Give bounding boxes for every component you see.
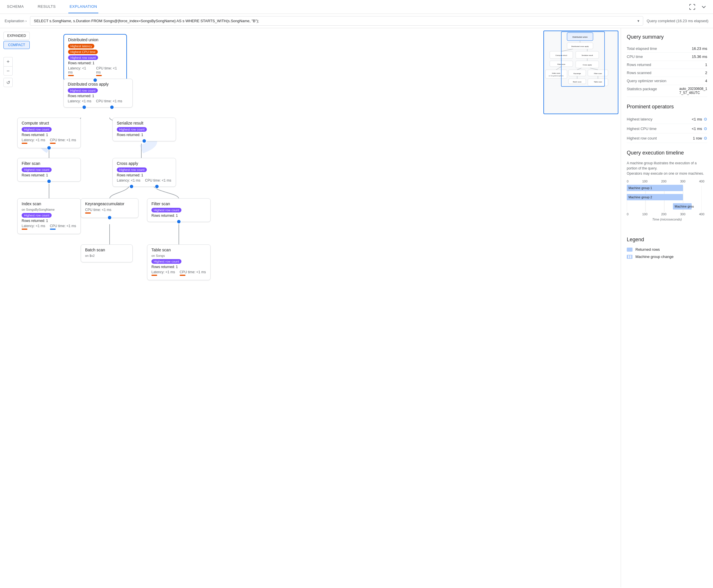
prominent-value: <1 ms ⊙ xyxy=(692,117,707,121)
cpu-label: CPU time: <1 ms xyxy=(50,224,76,228)
node-distributed-union[interactable]: Distributed union Highest latency Highes… xyxy=(63,34,127,81)
latency-label: Latency: <1 ms xyxy=(117,178,141,183)
node-title: Cross apply xyxy=(117,161,171,166)
tab-results[interactable]: RESULTS xyxy=(37,0,57,13)
latency-bar xyxy=(22,143,27,144)
badge-highest-rows: Highest row count xyxy=(117,127,147,132)
summary-row-rows-scanned: Rows scanned 2 xyxy=(627,69,707,77)
badge-highest-rows: Highest row count xyxy=(151,208,181,212)
node-compute-struct[interactable]: Compute struct Highest row count Rows re… xyxy=(17,118,81,148)
timeline-bar-2: Machine group 2 xyxy=(627,194,683,200)
svg-text:Cross apply: Cross apply xyxy=(583,64,592,66)
axis-0: 0 xyxy=(627,212,629,216)
badge-highest-rows: Highest row count xyxy=(68,55,98,60)
cpu-label: CPU time: <1 ms xyxy=(96,99,122,103)
link-icon-cpu[interactable]: ⊙ xyxy=(704,126,707,131)
node-title: Distributed cross apply xyxy=(68,82,128,86)
node-title: Filter scan xyxy=(22,161,77,166)
connector-dot xyxy=(107,215,112,220)
link-icon-latency[interactable]: ⊙ xyxy=(704,117,707,121)
legend-machine-label: Machine group change xyxy=(635,254,673,259)
prominent-title: Prominent operators xyxy=(627,104,707,110)
legend-rows-icon xyxy=(627,248,633,252)
node-distributed-cross[interactable]: Distributed cross apply Highest row coun… xyxy=(63,79,133,107)
axis-200: 200 xyxy=(661,180,666,183)
zoom-controls: + − ↺ xyxy=(3,57,13,87)
chevron-down-icon[interactable] xyxy=(700,3,707,10)
cpu-label: CPU time: <1 ms xyxy=(96,66,117,75)
connector-dot xyxy=(47,146,52,150)
axis-100: 100 xyxy=(642,212,647,216)
summary-label: Rows returned xyxy=(627,63,651,67)
node-rows: Rows returned: 1 xyxy=(151,265,206,269)
diagram-canvas: Distributed union Highest latency Highes… xyxy=(0,28,621,587)
badge-highest-rows: Highest row count xyxy=(22,167,52,172)
expand-icon[interactable] xyxy=(689,3,696,10)
top-tabs: SCHEMA RESULTS EXPLANATION xyxy=(0,0,713,14)
node-title: Distributed union xyxy=(68,38,122,42)
timeline-axis-bottom: 0 100 200 300 400 xyxy=(627,212,707,216)
prominent-row-rowcount: Highest row count 1 row ⊙ xyxy=(627,133,707,143)
zoom-out-btn[interactable]: − xyxy=(3,66,13,76)
bar-label-3: Machine grou xyxy=(675,205,694,208)
svg-line-30 xyxy=(561,49,573,51)
tab-schema[interactable]: SCHEMA xyxy=(6,0,25,13)
legend-rows-label: Returned rows xyxy=(635,247,660,252)
node-filter-scan-1[interactable]: Filter scan Highest row count Rows retur… xyxy=(17,158,81,182)
node-title: Compute struct xyxy=(22,121,77,125)
query-input[interactable]: SELECT s.SongName, s.Duration FROM Songs… xyxy=(30,16,643,26)
legend-title: Legend xyxy=(627,237,707,243)
badge-highest-rows: Highest row count xyxy=(117,167,147,172)
prominent-label: Highest CPU time xyxy=(627,127,656,131)
node-title: Filter scan xyxy=(151,202,206,206)
query-dropdown-icon[interactable]: ▾ xyxy=(637,19,639,23)
timeline-bars: Machine group 1 Machine group 2 Machine … xyxy=(627,185,707,211)
link-icon-rowcount[interactable]: ⊙ xyxy=(704,136,707,140)
summary-value: 16.23 ms xyxy=(692,46,707,51)
compact-view-btn[interactable]: COMPACT xyxy=(3,41,30,49)
node-subtitle: on SongsBySongName xyxy=(22,208,77,211)
svg-text:Distributed cross apply: Distributed cross apply xyxy=(571,45,589,47)
badge-highest-rows: Highest row count xyxy=(68,88,98,93)
zoom-in-btn[interactable]: + xyxy=(3,57,13,66)
summary-value: 4 xyxy=(705,79,707,83)
tab-explanation[interactable]: EXPLANATION xyxy=(68,0,98,13)
latency-label: Latency: <1 ms xyxy=(22,224,45,228)
view-controls: EXPANDED COMPACT xyxy=(3,32,30,49)
summary-value: auto_20230608_17_57_46UTC xyxy=(679,87,707,95)
node-metrics: Latency: <1 ms CPU time: <1 ms xyxy=(151,270,206,276)
node-table-scan[interactable]: Table scan on Songs Highest row count Ro… xyxy=(147,245,210,280)
cpu-bar xyxy=(96,75,102,76)
breadcrumb: Explanation › xyxy=(5,19,26,23)
minimap[interactable]: Distributed union Distributed cross appl… xyxy=(544,30,618,114)
zoom-reset-btn[interactable]: ↺ xyxy=(3,78,13,87)
timeline-section: Query execution timeline A machine group… xyxy=(627,150,707,230)
right-panel: Query summary Total elapsed time 16.23 m… xyxy=(621,28,713,587)
node-metrics: Latency: <1 ms CPU time: <1 ms xyxy=(68,99,128,103)
svg-text:Keyrange: Keyrange xyxy=(573,72,581,75)
node-keyrange[interactable]: Keyrangeaccumulator CPU time: <1 ms xyxy=(81,198,139,218)
badge-highest-rows: Highest row count xyxy=(22,127,52,132)
connector-dot-right xyxy=(109,105,114,109)
summary-value: 15.36 ms xyxy=(692,55,707,59)
node-filter-scan-2[interactable]: Filter scan Highest row count Rows retur… xyxy=(147,198,210,222)
svg-line-35 xyxy=(577,68,582,70)
breadcrumb-text: Explanation xyxy=(5,19,24,23)
legend-item-machine: Machine group change xyxy=(627,254,707,259)
summary-label: Rows scanned xyxy=(627,70,651,75)
timeline-title: Query execution timeline xyxy=(627,150,707,156)
expanded-view-btn[interactable]: EXPANDED xyxy=(3,32,30,40)
node-cross-apply[interactable]: Cross apply Highest row count Rows retur… xyxy=(113,158,176,187)
node-metrics: Latency: <1 ms CPU time: <1 ms xyxy=(68,66,122,76)
badge-highest-latency: Highest latency xyxy=(68,44,94,48)
node-batch-scan[interactable]: Batch scan on $v2 xyxy=(81,245,133,262)
latency-bar xyxy=(22,229,27,230)
svg-text:Batch scan: Batch scan xyxy=(573,81,582,83)
latency-bar xyxy=(68,75,74,76)
cpu-bar xyxy=(85,212,91,214)
node-index-scan[interactable]: Index scan on SongsBySongName Highest ro… xyxy=(17,198,81,234)
prominent-operators: Prominent operators Highest latency <1 m… xyxy=(627,104,707,143)
node-title: Index scan xyxy=(22,202,77,206)
diagram-panel: EXPANDED COMPACT + − ↺ xyxy=(0,28,621,587)
node-serialize-result[interactable]: Serialize result Highest row count Rows … xyxy=(113,118,176,141)
